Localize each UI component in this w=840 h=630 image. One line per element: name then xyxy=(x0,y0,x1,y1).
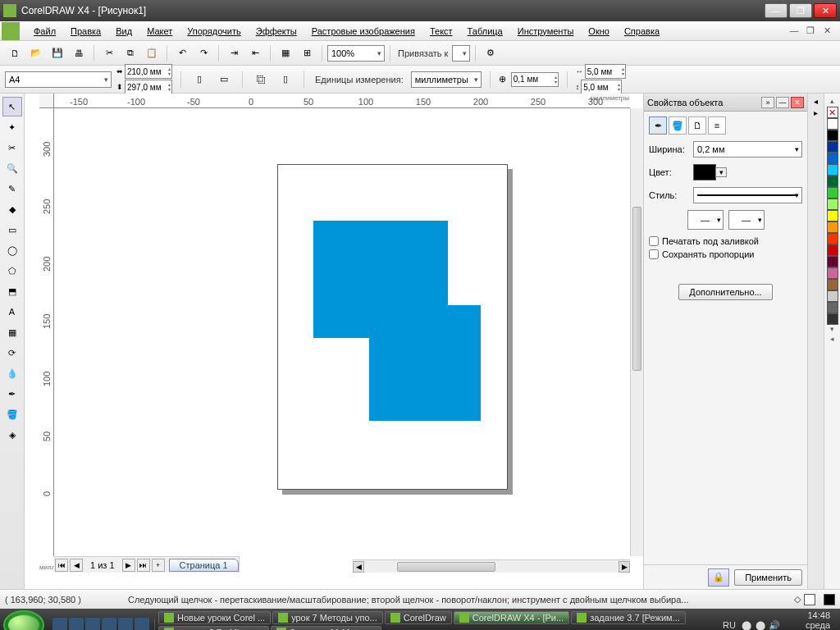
color-swatch[interactable] xyxy=(827,176,838,187)
color-swatch[interactable] xyxy=(827,302,838,313)
tab-outline[interactable]: ✒ xyxy=(649,116,667,135)
units-combo[interactable]: миллиметры xyxy=(411,71,482,88)
last-page[interactable]: ⏭ xyxy=(137,559,150,572)
page-width[interactable]: 210,0 мм xyxy=(125,64,172,79)
color-swatch[interactable] xyxy=(827,187,838,199)
no-color-swatch[interactable]: ✕ xyxy=(827,107,838,118)
task-button[interactable]: CorelDRAW X4 - [Ри... xyxy=(454,611,569,624)
landscape-button[interactable]: ▭ xyxy=(214,70,234,89)
blend-tool[interactable]: ⟳ xyxy=(2,343,22,363)
tab-web[interactable]: ≡ xyxy=(708,116,726,135)
menu-effects[interactable]: Эффекты xyxy=(249,24,304,39)
print-button[interactable]: 🖶 xyxy=(69,43,89,63)
welcome-button[interactable]: ⊞ xyxy=(297,43,317,63)
color-swatch[interactable] xyxy=(827,118,838,130)
color-swatch[interactable] xyxy=(827,290,838,302)
color-swatch[interactable] xyxy=(827,141,838,153)
horizontal-scrollbar[interactable]: ◀▶ xyxy=(353,559,630,573)
mdi-restore[interactable]: ❐ xyxy=(804,25,817,36)
zoom-tool[interactable]: 🔍 xyxy=(2,158,22,178)
color-swatch[interactable] xyxy=(827,244,838,256)
docker-expand[interactable]: » xyxy=(761,97,774,108)
outline-indicator[interactable] xyxy=(824,594,835,605)
nudge-field[interactable]: 0,1 мм xyxy=(511,72,559,87)
menu-table[interactable]: Таблица xyxy=(460,24,510,39)
color-swatch[interactable] xyxy=(827,221,838,233)
minimize-button[interactable]: — xyxy=(765,3,788,18)
ql-item[interactable] xyxy=(69,618,84,630)
tray-icon[interactable]: ⬤ xyxy=(755,619,766,630)
keep-proportions[interactable] xyxy=(649,249,659,259)
docker-collapse-tab[interactable]: ◂▸ xyxy=(807,94,824,589)
menu-tools[interactable]: Инструменты xyxy=(510,24,582,39)
outline-color[interactable] xyxy=(693,164,716,180)
color-swatch[interactable] xyxy=(827,279,838,290)
table-tool[interactable]: ▦ xyxy=(2,322,22,342)
dup-x[interactable]: 5,0 мм xyxy=(585,64,626,79)
tab-fill[interactable]: 🪣 xyxy=(669,116,687,135)
docker-minimize[interactable]: — xyxy=(776,97,789,108)
start-arrow[interactable]: — xyxy=(687,210,724,230)
palette-up[interactable]: ▴ xyxy=(830,97,834,107)
menu-text[interactable]: Текст xyxy=(422,24,460,39)
polygon-tool[interactable]: ⬠ xyxy=(2,261,22,281)
tab-text[interactable]: 🗋 xyxy=(688,116,706,135)
blue-shape[interactable] xyxy=(313,221,481,421)
advanced-button[interactable]: Дополнительно... xyxy=(678,284,772,300)
vertical-ruler[interactable]: 300 250 200 150 100 50 0 xyxy=(39,108,54,556)
maximize-button[interactable]: ❐ xyxy=(789,3,812,18)
horizontal-ruler[interactable]: миллиметры -150 -100 -50 0 50 100 150 20… xyxy=(54,94,630,108)
page-all-button[interactable]: ⿻ xyxy=(251,70,271,89)
dup-y[interactable]: 5,0 мм xyxy=(581,80,622,94)
portrait-button[interactable]: ▯ xyxy=(189,70,209,89)
ellipse-tool[interactable]: ◯ xyxy=(2,240,22,260)
undo-button[interactable]: ↶ xyxy=(172,43,192,63)
start-button[interactable] xyxy=(3,610,44,630)
ql-item[interactable] xyxy=(135,618,149,630)
snap-combo[interactable] xyxy=(452,45,470,62)
menu-file[interactable]: Файл xyxy=(26,24,63,39)
menu-arrange[interactable]: Упорядочить xyxy=(180,24,248,39)
zoom-combo[interactable]: 100% xyxy=(327,45,385,62)
page-tab[interactable]: Страница 1 xyxy=(169,559,239,572)
menu-layout[interactable]: Макет xyxy=(139,24,180,39)
text-tool[interactable]: A xyxy=(2,302,22,322)
page-height[interactable]: 297,0 мм xyxy=(125,80,172,94)
viewport[interactable] xyxy=(54,108,630,556)
task-button[interactable]: урок 7 Методы упо... xyxy=(272,611,383,624)
outline-style[interactable] xyxy=(693,187,802,203)
open-button[interactable]: 📂 xyxy=(26,43,46,63)
color-swatch[interactable] xyxy=(827,199,838,210)
ql-item[interactable] xyxy=(52,618,67,630)
color-swatch[interactable] xyxy=(827,313,838,325)
outline-width[interactable]: 0,2 мм xyxy=(693,141,802,158)
end-arrow[interactable]: — xyxy=(728,210,765,230)
task-button[interactable]: Новые уроки Corel ... xyxy=(158,611,271,624)
cut-button[interactable]: ✂ xyxy=(99,43,119,63)
menu-view[interactable]: Вид xyxy=(108,24,139,39)
task-button[interactable]: CorelDraw xyxy=(385,611,452,624)
tray-icon[interactable]: ⬤ xyxy=(741,619,752,630)
menu-window[interactable]: Окно xyxy=(581,24,617,39)
task-button[interactable]: лекция 3.7 - Micros... xyxy=(158,626,269,630)
crop-tool[interactable]: ✂ xyxy=(2,138,22,158)
apply-button[interactable]: Применить xyxy=(734,569,802,586)
paper-combo[interactable]: A4 xyxy=(5,71,112,88)
color-swatch[interactable] xyxy=(827,267,838,279)
color-swatch[interactable] xyxy=(827,210,838,221)
eyedropper-tool[interactable]: 💧 xyxy=(2,363,22,383)
docker-title[interactable]: Свойства объекта » — ✕ xyxy=(644,94,807,112)
vertical-scrollbar[interactable] xyxy=(630,108,643,556)
shape-tool[interactable]: ✦ xyxy=(2,117,22,137)
menu-edit[interactable]: Правка xyxy=(63,24,108,39)
paste-button[interactable]: 📋 xyxy=(142,43,162,63)
import-button[interactable]: ⇥ xyxy=(224,43,244,63)
copy-button[interactable]: ⧉ xyxy=(121,43,140,63)
color-swatch[interactable] xyxy=(827,233,838,244)
smartfill-tool[interactable]: ◆ xyxy=(2,199,22,219)
add-page[interactable]: + xyxy=(152,559,165,572)
lock-button[interactable]: 🔒 xyxy=(708,568,729,587)
task-button[interactable]: задание 3.7 [Режим... xyxy=(571,611,686,624)
fill-indicator[interactable]: ◇ xyxy=(794,594,815,605)
app-launcher[interactable]: ▦ xyxy=(276,43,295,63)
